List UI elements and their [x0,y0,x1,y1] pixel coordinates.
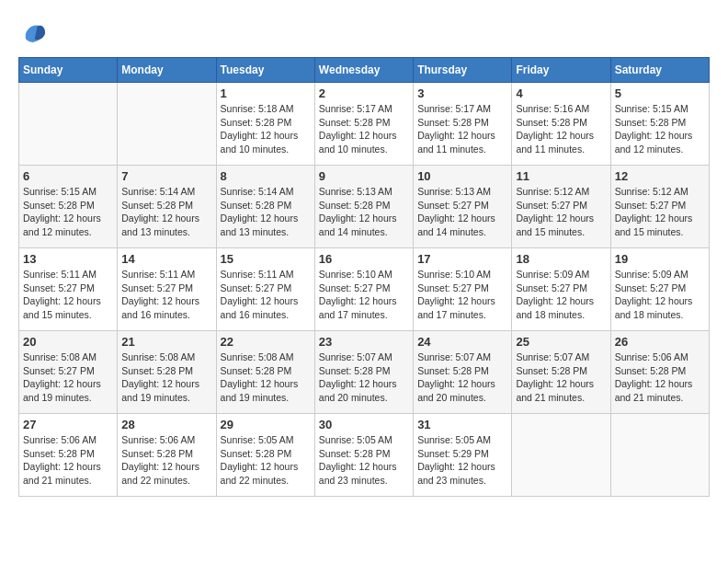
page-header [18,18,710,48]
day-detail: Sunrise: 5:12 AM Sunset: 5:27 PM Dayligh… [516,185,606,239]
calendar-cell: 26Sunrise: 5:06 AM Sunset: 5:28 PM Dayli… [610,331,709,414]
calendar-cell: 8Sunrise: 5:14 AM Sunset: 5:28 PM Daylig… [216,166,314,248]
day-number: 10 [417,169,507,183]
day-number: 25 [516,335,606,349]
day-number: 22 [221,335,311,349]
weekday-wednesday: Wednesday [314,58,413,83]
logo [18,18,51,48]
day-number: 2 [319,86,409,100]
calendar-cell: 10Sunrise: 5:13 AM Sunset: 5:27 PM Dayli… [414,166,512,248]
calendar-cell: 11Sunrise: 5:12 AM Sunset: 5:27 PM Dayli… [512,166,610,248]
day-detail: Sunrise: 5:12 AM Sunset: 5:27 PM Dayligh… [615,185,705,239]
calendar-cell: 15Sunrise: 5:11 AM Sunset: 5:27 PM Dayli… [216,248,314,331]
calendar-cell: 1Sunrise: 5:18 AM Sunset: 5:28 PM Daylig… [216,83,314,166]
day-number: 7 [121,169,211,183]
calendar-cell: 18Sunrise: 5:09 AM Sunset: 5:27 PM Dayli… [512,248,610,331]
calendar-cell: 29Sunrise: 5:05 AM Sunset: 5:28 PM Dayli… [216,414,314,497]
weekday-thursday: Thursday [414,58,512,83]
day-number: 26 [615,335,705,349]
weekday-tuesday: Tuesday [216,58,314,83]
day-number: 31 [417,418,507,431]
day-detail: Sunrise: 5:11 AM Sunset: 5:27 PM Dayligh… [121,268,211,322]
day-detail: Sunrise: 5:13 AM Sunset: 5:28 PM Dayligh… [319,185,409,239]
day-detail: Sunrise: 5:10 AM Sunset: 5:27 PM Dayligh… [319,268,409,322]
calendar-cell: 21Sunrise: 5:08 AM Sunset: 5:28 PM Dayli… [118,331,216,414]
weekday-header-row: SundayMondayTuesdayWednesdayThursdayFrid… [19,58,710,83]
day-number: 18 [516,252,606,266]
calendar-cell: 17Sunrise: 5:10 AM Sunset: 5:27 PM Dayli… [414,248,512,331]
calendar-cell: 3Sunrise: 5:17 AM Sunset: 5:28 PM Daylig… [414,83,512,166]
calendar-cell: 14Sunrise: 5:11 AM Sunset: 5:27 PM Dayli… [118,248,216,331]
day-number: 21 [121,335,211,349]
day-number: 27 [23,418,113,431]
day-detail: Sunrise: 5:08 AM Sunset: 5:27 PM Dayligh… [23,350,113,405]
calendar-cell: 30Sunrise: 5:05 AM Sunset: 5:28 PM Dayli… [314,414,413,497]
day-number: 16 [319,252,409,266]
day-detail: Sunrise: 5:15 AM Sunset: 5:28 PM Dayligh… [615,102,705,156]
weekday-monday: Monday [118,58,216,83]
day-detail: Sunrise: 5:16 AM Sunset: 5:28 PM Dayligh… [516,102,606,156]
day-detail: Sunrise: 5:07 AM Sunset: 5:28 PM Dayligh… [319,350,409,405]
day-detail: Sunrise: 5:06 AM Sunset: 5:28 PM Dayligh… [615,350,705,405]
calendar-cell: 24Sunrise: 5:07 AM Sunset: 5:28 PM Dayli… [414,331,512,414]
calendar-cell: 19Sunrise: 5:09 AM Sunset: 5:27 PM Dayli… [610,248,709,331]
calendar-cell: 27Sunrise: 5:06 AM Sunset: 5:28 PM Dayli… [19,414,118,497]
day-detail: Sunrise: 5:17 AM Sunset: 5:28 PM Dayligh… [319,102,409,156]
calendar-week-2: 13Sunrise: 5:11 AM Sunset: 5:27 PM Dayli… [19,248,710,331]
day-number: 28 [121,418,211,431]
weekday-sunday: Sunday [19,58,118,83]
day-detail: Sunrise: 5:09 AM Sunset: 5:27 PM Dayligh… [516,268,606,322]
day-detail: Sunrise: 5:11 AM Sunset: 5:27 PM Dayligh… [221,268,311,322]
calendar-cell: 25Sunrise: 5:07 AM Sunset: 5:28 PM Dayli… [512,331,610,414]
day-number: 14 [121,252,211,266]
weekday-friday: Friday [512,58,610,83]
day-number: 30 [319,418,409,431]
calendar-cell: 28Sunrise: 5:06 AM Sunset: 5:28 PM Dayli… [118,414,216,497]
calendar-cell: 31Sunrise: 5:05 AM Sunset: 5:29 PM Dayli… [414,414,512,497]
calendar-cell: 7Sunrise: 5:14 AM Sunset: 5:28 PM Daylig… [118,166,216,248]
calendar-cell: 5Sunrise: 5:15 AM Sunset: 5:28 PM Daylig… [610,83,709,166]
day-detail: Sunrise: 5:10 AM Sunset: 5:27 PM Dayligh… [417,268,507,322]
day-number: 15 [221,252,311,266]
calendar-week-3: 20Sunrise: 5:08 AM Sunset: 5:27 PM Dayli… [19,331,710,414]
day-detail: Sunrise: 5:11 AM Sunset: 5:27 PM Dayligh… [23,268,113,322]
calendar-cell [610,414,709,497]
day-number: 11 [516,169,606,183]
calendar-cell: 20Sunrise: 5:08 AM Sunset: 5:27 PM Dayli… [19,331,118,414]
day-detail: Sunrise: 5:15 AM Sunset: 5:28 PM Dayligh… [23,185,113,239]
day-number: 4 [516,86,606,100]
day-detail: Sunrise: 5:07 AM Sunset: 5:28 PM Dayligh… [417,350,507,405]
calendar-cell [19,83,118,166]
calendar-cell: 6Sunrise: 5:15 AM Sunset: 5:28 PM Daylig… [19,166,118,248]
day-detail: Sunrise: 5:07 AM Sunset: 5:28 PM Dayligh… [516,350,606,405]
calendar-cell: 12Sunrise: 5:12 AM Sunset: 5:27 PM Dayli… [610,166,709,248]
calendar-table: SundayMondayTuesdayWednesdayThursdayFrid… [18,57,710,497]
day-number: 17 [417,252,507,266]
day-detail: Sunrise: 5:06 AM Sunset: 5:28 PM Dayligh… [121,433,211,488]
day-number: 13 [23,252,113,266]
calendar-cell [118,83,216,166]
calendar-cell [512,414,610,497]
calendar-cell: 13Sunrise: 5:11 AM Sunset: 5:27 PM Dayli… [19,248,118,331]
calendar-cell: 23Sunrise: 5:07 AM Sunset: 5:28 PM Dayli… [314,331,413,414]
calendar-cell: 9Sunrise: 5:13 AM Sunset: 5:28 PM Daylig… [314,166,413,248]
weekday-saturday: Saturday [610,58,709,83]
day-number: 20 [23,335,113,349]
day-number: 19 [615,252,705,266]
day-detail: Sunrise: 5:05 AM Sunset: 5:28 PM Dayligh… [221,433,311,488]
day-detail: Sunrise: 5:18 AM Sunset: 5:28 PM Dayligh… [221,102,311,156]
day-number: 24 [417,335,507,349]
day-detail: Sunrise: 5:05 AM Sunset: 5:28 PM Dayligh… [319,433,409,488]
day-number: 9 [319,169,409,183]
day-detail: Sunrise: 5:08 AM Sunset: 5:28 PM Dayligh… [221,350,311,405]
calendar-cell: 22Sunrise: 5:08 AM Sunset: 5:28 PM Dayli… [216,331,314,414]
day-detail: Sunrise: 5:08 AM Sunset: 5:28 PM Dayligh… [121,350,211,405]
day-detail: Sunrise: 5:06 AM Sunset: 5:28 PM Dayligh… [23,433,113,488]
logo-icon [18,18,48,48]
calendar-body: 1Sunrise: 5:18 AM Sunset: 5:28 PM Daylig… [19,83,710,497]
day-detail: Sunrise: 5:05 AM Sunset: 5:29 PM Dayligh… [417,433,507,488]
calendar-header: SundayMondayTuesdayWednesdayThursdayFrid… [19,58,710,83]
day-number: 6 [23,169,113,183]
calendar-week-4: 27Sunrise: 5:06 AM Sunset: 5:28 PM Dayli… [19,414,710,497]
day-number: 8 [221,169,311,183]
